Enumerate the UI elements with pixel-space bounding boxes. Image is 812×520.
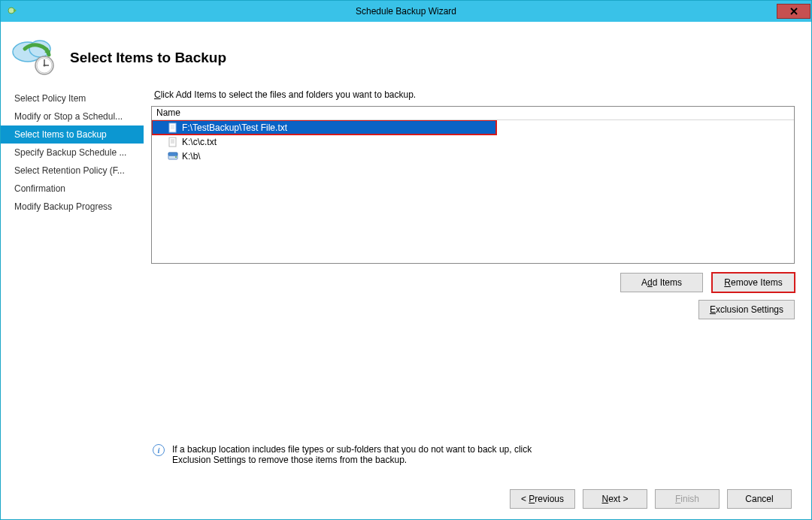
file-icon: [167, 136, 179, 148]
wizard-steps-sidebar: Select Policy Item Modify or Stop a Sche…: [1, 85, 144, 479]
step-select-retention-policy[interactable]: Select Retention Policy (F...: [1, 162, 144, 180]
window-title: Schedule Backup Wizard: [1, 6, 811, 17]
step-confirmation[interactable]: Confirmation: [1, 180, 144, 198]
list-item[interactable]: F:\TestBackup\Test File.txt: [152, 120, 496, 135]
list-item[interactable]: K:\c\c.txt: [152, 135, 794, 149]
svg-rect-8: [169, 123, 176, 132]
svg-point-0: [8, 8, 14, 14]
step-select-policy-item[interactable]: Select Policy Item: [1, 89, 144, 107]
wizard-footer: < Previous Next > Finish Cancel: [1, 479, 811, 519]
list-item-label: F:\TestBackup\Test File.txt: [182, 122, 287, 133]
list-item[interactable]: K:\b\: [152, 149, 794, 163]
step-select-items-to-backup[interactable]: Select Items to Backup: [1, 125, 144, 144]
items-rows: F:\TestBackup\Test File.txt K:\c\c.txt: [152, 120, 794, 263]
exclusion-settings-button[interactable]: Exclusion Settings: [698, 300, 795, 319]
svg-point-7: [44, 65, 46, 67]
cancel-button[interactable]: Cancel: [727, 489, 792, 509]
next-button[interactable]: Next >: [583, 489, 647, 509]
close-button[interactable]: [777, 4, 810, 19]
items-listbox[interactable]: Name F:\TestBackup\Test File.txt: [151, 106, 795, 264]
instruction-text: Click Add Items to select the files and …: [151, 85, 795, 106]
step-specify-backup-schedule[interactable]: Specify Backup Schedule ...: [1, 144, 144, 162]
list-item-label: K:\c\c.txt: [182, 137, 217, 147]
wizard-body: Select Policy Item Modify or Stop a Sche…: [1, 83, 811, 479]
titlebar: Schedule Backup Wizard: [1, 1, 811, 22]
svg-rect-12: [169, 138, 176, 147]
column-header-name[interactable]: Name: [152, 107, 794, 120]
wizard-window: Schedule Backup Wizard Select Items to B…: [0, 0, 812, 520]
exclusion-row: Exclusion Settings: [151, 300, 795, 319]
svg-rect-17: [168, 153, 177, 156]
page-title: Select Items to Backup: [70, 45, 226, 66]
backup-cloud-icon: [11, 35, 59, 76]
item-buttons-row: Add Items Remove Items: [151, 273, 795, 292]
app-icon: [7, 5, 19, 17]
info-icon: i: [153, 444, 165, 456]
step-modify-backup-progress[interactable]: Modify Backup Progress: [1, 198, 144, 216]
drive-icon: [167, 150, 179, 162]
svg-point-18: [175, 156, 177, 158]
info-note: i If a backup location includes file typ…: [151, 437, 542, 479]
add-items-button[interactable]: Add Items: [620, 273, 703, 292]
finish-button: Finish: [655, 489, 720, 509]
file-icon: [167, 122, 179, 134]
info-text: If a backup location includes file types…: [172, 444, 542, 465]
list-item-label: K:\b\: [182, 151, 201, 162]
wizard-header: Select Items to Backup: [1, 22, 811, 83]
remove-items-button[interactable]: Remove Items: [712, 273, 795, 292]
previous-button[interactable]: < Previous: [510, 489, 575, 509]
step-modify-or-stop[interactable]: Modify or Stop a Schedul...: [1, 107, 144, 125]
wizard-main: Click Add Items to select the files and …: [144, 85, 802, 479]
